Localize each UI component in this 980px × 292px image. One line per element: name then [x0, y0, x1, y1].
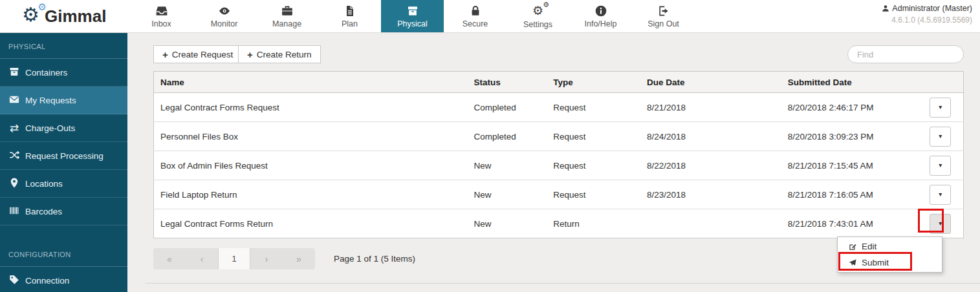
cell-submitted-date: 8/21/2018 7:15:45 AM [781, 151, 920, 180]
sidebar-item-locations[interactable]: Locations [0, 170, 127, 198]
nav-tab-plan[interactable]: Plan [318, 0, 381, 32]
last-page-button[interactable]: » [283, 248, 315, 269]
caret-down-icon: ▾ [939, 104, 942, 110]
plus-icon: + [162, 50, 168, 59]
cell-status: New [468, 209, 547, 238]
previous-page-button[interactable]: ‹ [186, 248, 218, 269]
cell-type: Request [547, 180, 640, 209]
cell-status: New [468, 151, 547, 180]
first-page-button[interactable]: « [153, 248, 186, 269]
requests-table: Name Status Type Due Date Submitted Date… [153, 71, 964, 238]
archive-box-icon [406, 5, 419, 17]
top-navigation: Inbox Monitor Manage Plan Physical Secur… [130, 0, 695, 32]
top-header: ⚙ ⚙ Gimmal Inbox Monitor Manage Plan [0, 0, 980, 33]
row-actions-dropdown-button[interactable]: ▾ [930, 185, 951, 205]
sidebar-item-request-processing[interactable]: Request Processing [0, 142, 127, 170]
menu-item-submit[interactable]: Submit [838, 255, 942, 271]
create-return-button[interactable]: + Create Return [238, 45, 321, 63]
pagination: « ‹ 1 › » [153, 248, 315, 269]
sidebar-section-configuration: CONFIGURATION [0, 240, 127, 267]
nav-tab-secure[interactable]: Secure [444, 0, 506, 32]
row-actions-dropdown-button-open[interactable]: ▾ [930, 214, 951, 234]
document-icon [343, 5, 356, 17]
sidebar-item-label: Connection [25, 276, 69, 286]
lock-icon [469, 5, 482, 17]
gimmal-gear-icon: ⚙ ⚙ [22, 4, 44, 28]
row-actions-menu: Edit Submit [837, 236, 942, 273]
cell-type: Request [547, 151, 640, 180]
inbox-icon [155, 5, 168, 17]
cell-submitted-date: 8/20/2018 2:46:17 PM [781, 93, 920, 122]
sign-out-icon [657, 5, 670, 17]
cell-name: Legal Contract Forms Request [154, 93, 468, 122]
cell-due-date: 8/22/2018 [640, 151, 781, 180]
bottom-divider [146, 283, 980, 284]
cell-name: Box of Admin Files Request [154, 151, 468, 180]
row-actions-dropdown-button[interactable]: ▾ [930, 156, 951, 176]
column-header-status[interactable]: Status [468, 72, 547, 93]
menu-item-edit[interactable]: Edit [838, 238, 942, 255]
sidebar-item-containers[interactable]: Containers [0, 59, 127, 87]
map-pin-icon [8, 177, 25, 191]
page-number-button[interactable]: 1 [218, 248, 250, 269]
caret-down-icon: ▾ [939, 133, 942, 140]
cell-status: Completed [468, 122, 547, 151]
cell-name: Legal Contract Forms Return [154, 209, 468, 238]
cell-due-date: 8/23/2018 [640, 180, 781, 209]
cell-name: Field Laptop Return [154, 180, 468, 209]
table-row[interactable]: Personnel Files Box Completed Request 8/… [154, 122, 964, 151]
row-actions-dropdown-button[interactable]: ▾ [930, 98, 951, 118]
table-row[interactable]: Legal Contract Forms Return New Return 8… [154, 209, 964, 238]
column-header-submitted-date[interactable]: Submitted Date [781, 72, 920, 93]
cell-name: Personnel Files Box [154, 122, 468, 151]
sidebar-item-barcodes[interactable]: Barcodes [0, 198, 127, 225]
column-header-name[interactable]: Name [154, 72, 468, 93]
nav-tab-sign-out[interactable]: Sign Out [632, 0, 695, 32]
nav-tab-inbox[interactable]: Inbox [130, 0, 193, 32]
plus-icon: + [247, 50, 253, 59]
table-row[interactable]: Box of Admin Files Request New Request 8… [154, 151, 964, 180]
sidebar-item-charge-outs[interactable]: ⇄ Charge-Outs [0, 114, 127, 142]
table-row[interactable]: Legal Contract Forms Request Completed R… [154, 93, 964, 122]
cell-type: Request [547, 93, 640, 122]
envelope-icon [8, 94, 25, 107]
cell-due-date: 8/21/2018 [640, 93, 781, 122]
user-icon [882, 5, 889, 12]
caret-down-icon: ▾ [939, 191, 942, 198]
nav-tab-settings[interactable]: ⚙ ⚙ Settings [506, 0, 569, 32]
barcode-icon [8, 205, 25, 218]
sidebar-section-physical: PHYSICAL [0, 32, 127, 59]
info-circle-icon [594, 5, 607, 17]
sidebar-item-label: Locations [25, 179, 63, 189]
user-name: Administrator (Master) [892, 4, 972, 13]
next-page-button[interactable]: › [250, 248, 283, 269]
nav-tab-monitor[interactable]: Monitor [193, 0, 256, 32]
sidebar-item-label: Barcodes [25, 207, 62, 216]
sidebar-item-label: My Requests [25, 96, 76, 105]
sidebar-item-my-requests[interactable]: My Requests [0, 87, 127, 114]
nav-tab-physical[interactable]: Physical [381, 0, 444, 32]
nav-tab-manage[interactable]: Manage [256, 0, 318, 32]
cell-submitted-date: 8/21/2018 7:16:05 AM [781, 180, 920, 209]
row-actions-dropdown-button[interactable]: ▾ [930, 127, 951, 147]
sidebar-item-label: Charge-Outs [25, 123, 75, 133]
table-row[interactable]: Field Laptop Return New Request 8/23/201… [154, 180, 964, 209]
column-header-type[interactable]: Type [547, 72, 640, 93]
sidebar-item-label: Containers [25, 68, 67, 78]
find-input[interactable] [847, 45, 964, 63]
pagination-summary: Page 1 of 1 (5 Items) [334, 248, 415, 269]
cell-type: Request [547, 122, 640, 151]
paper-plane-icon [848, 258, 857, 267]
briefcase-icon [281, 5, 294, 17]
nav-tab-info-help[interactable]: Info/Help [569, 0, 632, 32]
gimmal-app: ⚙ ⚙ Gimmal Inbox Monitor Manage Plan [0, 0, 980, 292]
column-header-due-date[interactable]: Due Date [640, 72, 781, 93]
tag-icon [8, 274, 25, 287]
create-request-button[interactable]: + Create Request [153, 45, 242, 63]
user-block: Administrator (Master) 4.6.1.0 (4.5.6919… [882, 4, 972, 25]
eye-icon [218, 5, 231, 17]
brand-name: Gimmal [45, 6, 106, 26]
cell-submitted-date: 8/20/2018 3:09:23 PM [781, 122, 920, 151]
current-user[interactable]: Administrator (Master) [882, 4, 972, 13]
sidebar-item-connection[interactable]: Connection [0, 267, 127, 292]
